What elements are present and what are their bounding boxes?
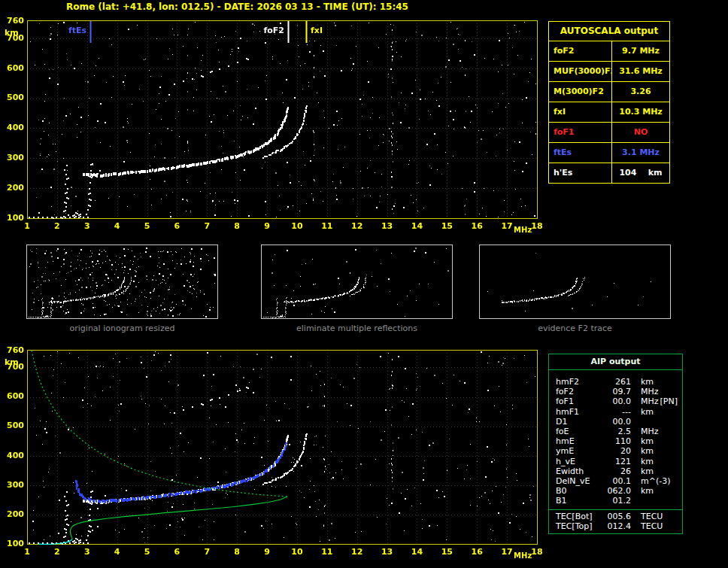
aip-val: 00.0 xyxy=(599,396,631,406)
aip-unit: km xyxy=(631,466,654,476)
aip-name: hmF1 xyxy=(556,407,599,417)
autoscala-param-value: 9.7 MHz xyxy=(612,41,669,61)
aip-val: 261 xyxy=(599,377,631,387)
aip-val: 005.6 xyxy=(599,512,631,521)
autoscala-param-label: M(3000)F2 xyxy=(549,82,612,102)
aip-val: 00.1 xyxy=(599,476,631,486)
aip-name: B0 xyxy=(556,486,599,496)
aip-row-hmF2: hmF2261km xyxy=(549,377,682,387)
aip-unit xyxy=(631,417,641,427)
aip-name: foF2 xyxy=(556,387,599,396)
autoscala-param-label: ftEs xyxy=(549,143,612,163)
autoscala-param-value: 3.26 xyxy=(612,82,669,102)
autoscala-row-foF1: foF1NO xyxy=(549,122,669,142)
aip-unit: km xyxy=(631,436,654,446)
autoscala-param-value: 3.1 MHz xyxy=(612,143,669,163)
aip-table-rows: hmF2261kmfoF209.7MHzfoF100.0MHz[PN]hmF1-… xyxy=(549,370,682,508)
aip-unit: MHz xyxy=(631,427,659,436)
aip-tec-rows: TEC[Bot]005.6TECUTEC[Top]012.4TECU xyxy=(549,509,682,533)
thumbnail-evidence-f2-trace xyxy=(479,245,671,319)
aip-name: ymE xyxy=(556,446,599,456)
autoscala-param-label: MUF(3000)F2 xyxy=(549,62,612,81)
autoscala-row-h'Es: h'Es104 km xyxy=(549,163,669,183)
aip-unit: km xyxy=(631,457,654,466)
autoscala-param-value: 104 km xyxy=(612,163,669,183)
thumbnail-original-ionogram xyxy=(26,245,218,319)
aip-row-TEC[Bot]: TEC[Bot]005.6TECU xyxy=(549,512,682,521)
autoscala-app: Rome (lat: +41.8, lon: 012.5) - DATE: 20… xyxy=(0,0,728,568)
autoscala-row-fxI: fxI10.3 MHz xyxy=(549,102,669,122)
autoscala-param-value: 10.3 MHz xyxy=(612,102,669,122)
aip-unit: km xyxy=(631,407,654,417)
aip-row-Ewidth: Ewidth26km xyxy=(549,466,682,476)
aip-val: 01.2 xyxy=(599,496,631,506)
autoscala-param-label: foF2 xyxy=(549,41,612,61)
aip-val: 20 xyxy=(599,446,631,456)
aip-unit: km xyxy=(631,377,654,387)
autoscala-output-table: AUTOSCALA output foF29.7 MHzMUF(3000)F23… xyxy=(548,21,670,184)
aip-note: [PN] xyxy=(660,396,678,406)
aip-row-ymE: ymE20km xyxy=(549,446,682,456)
aip-row-DelN_vE: DelN_vE00.1m^(-3) xyxy=(549,476,682,486)
autoscala-param-label: fxI xyxy=(549,102,612,122)
autoscala-table-title: AUTOSCALA output xyxy=(549,22,669,41)
autoscala-row-ftEs: ftEs3.1 MHz xyxy=(549,142,669,163)
aip-val: 062.0 xyxy=(599,486,631,496)
aip-row-B0: B0062.0km xyxy=(549,486,682,496)
aip-unit xyxy=(631,496,641,506)
aip-name: TEC[Bot] xyxy=(556,512,599,521)
aip-unit: MHz xyxy=(631,387,659,396)
aip-unit: km xyxy=(631,446,654,456)
aip-name: Ewidth xyxy=(556,466,599,476)
autoscala-row-MUF(3000)F2: MUF(3000)F231.6 MHz xyxy=(549,61,669,81)
aip-val: 09.7 xyxy=(599,387,631,396)
autoscala-row-foF2: foF29.7 MHz xyxy=(549,41,669,61)
main-ionogram-canvas xyxy=(0,17,549,236)
aip-val: 121 xyxy=(599,457,631,466)
thumbnail-caption-0: original ionogram resized xyxy=(26,323,218,333)
aip-val: 26 xyxy=(599,466,631,476)
thumbnail-caption-1: eliminate multiple reflections xyxy=(261,323,453,333)
aip-val: 00.0 xyxy=(599,417,631,427)
aip-name: TEC[Top] xyxy=(556,521,599,531)
autoscala-param-value: 31.6 MHz xyxy=(612,62,669,81)
aip-name: hmF2 xyxy=(556,377,599,387)
aip-row-D1: D100.0 xyxy=(549,417,682,427)
autoscala-param-value: NO xyxy=(612,123,669,142)
aip-unit: m^(-3) xyxy=(631,476,670,486)
thumbnail-eliminate-multiples xyxy=(261,245,453,319)
aip-name: hmE xyxy=(556,436,599,446)
aip-name: foF1 xyxy=(556,396,599,406)
aip-unit: MHz xyxy=(631,396,659,406)
station-title: Rome (lat: +41.8, lon: 012.5) - DATE: 20… xyxy=(66,2,408,12)
aip-table-title: AIP output xyxy=(549,354,682,370)
profile-ionogram-canvas xyxy=(0,346,549,568)
autoscala-param-label: h'Es xyxy=(549,163,612,183)
aip-row-foF1: foF100.0MHz[PN] xyxy=(549,396,682,406)
aip-val: --- xyxy=(599,407,631,417)
aip-name: B1 xyxy=(556,496,599,506)
autoscala-row-M(3000)F2: M(3000)F23.26 xyxy=(549,81,669,102)
thumbnail-caption-2: evidence F2 trace xyxy=(479,323,671,333)
aip-row-hmE: hmE110km xyxy=(549,436,682,446)
aip-unit: km xyxy=(631,486,654,496)
aip-name: DelN_vE xyxy=(556,476,599,486)
aip-row-hmF1: hmF1---km xyxy=(549,407,682,417)
aip-row-h_vE: h_vE121km xyxy=(549,457,682,466)
aip-output-table: AIP output hmF2261kmfoF209.7MHzfoF100.0M… xyxy=(548,354,683,534)
aip-name: foE xyxy=(556,427,599,436)
aip-row-TEC[Top]: TEC[Top]012.4TECU xyxy=(549,521,682,531)
autoscala-param-label: foF1 xyxy=(549,123,612,142)
aip-row-foF2: foF209.7MHz xyxy=(549,387,682,396)
aip-row-foE: foE2.5MHz xyxy=(549,427,682,436)
aip-val: 012.4 xyxy=(599,521,631,531)
aip-name: h_vE xyxy=(556,457,599,466)
aip-val: 110 xyxy=(599,436,631,446)
aip-name: D1 xyxy=(556,417,599,427)
autoscala-table-rows: foF29.7 MHzMUF(3000)F231.6 MHzM(3000)F23… xyxy=(549,41,669,183)
aip-unit: TECU xyxy=(631,512,663,521)
aip-unit: TECU xyxy=(631,521,663,531)
aip-row-B1: B101.2 xyxy=(549,496,682,506)
aip-val: 2.5 xyxy=(599,427,631,436)
